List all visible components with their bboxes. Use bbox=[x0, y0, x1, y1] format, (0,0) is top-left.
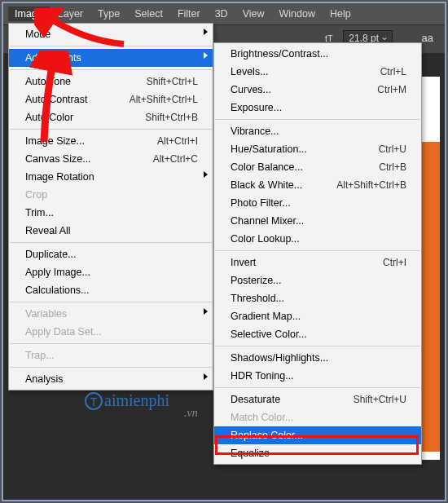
menu-item-label: Threshold... bbox=[231, 291, 406, 306]
adjust-menu-item-levels[interactable]: Levels...Ctrl+L bbox=[214, 63, 421, 81]
menubar-item-layer[interactable]: Layer bbox=[51, 7, 90, 21]
menu-item-label: Brightness/Contrast... bbox=[231, 46, 406, 61]
adjust-menu-item-invert[interactable]: InvertCtrl+I bbox=[214, 254, 421, 271]
menu-item-label: Apply Data Set... bbox=[25, 324, 198, 339]
menu-item-shortcut: Ctrl+I bbox=[383, 255, 406, 270]
menu-item-label: Levels... bbox=[231, 64, 380, 79]
adjustments-submenu: Brightness/Contrast...Levels...Ctrl+LCur… bbox=[213, 42, 422, 465]
menu-item-label: Photo Filter... bbox=[231, 196, 406, 210]
adjust-menu-item-exposure[interactable]: Exposure... bbox=[214, 99, 421, 117]
menu-item-label: HDR Toning... bbox=[231, 368, 406, 383]
image-menu-item-reveal-all[interactable]: Reveal All bbox=[9, 222, 213, 240]
menu-item-label: Auto Tone bbox=[25, 74, 147, 89]
menu-item-label: Calculations... bbox=[25, 283, 198, 298]
image-menu-item-auto-tone[interactable]: Auto ToneShift+Ctrl+L bbox=[9, 73, 213, 90]
menu-item-shortcut: Shift+Ctrl+B bbox=[145, 110, 198, 125]
menu-item-label: Trap... bbox=[25, 348, 198, 363]
menubar-item-window[interactable]: Window bbox=[273, 7, 322, 21]
image-menu-separator bbox=[10, 129, 212, 130]
menu-item-label: Apply Image... bbox=[25, 265, 198, 280]
menu-item-label: Invert bbox=[231, 255, 383, 270]
menu-item-label: Replace Color... bbox=[231, 428, 406, 443]
adjust-menu-item-hdr-toning[interactable]: HDR Toning... bbox=[214, 367, 421, 385]
adjust-menu-separator bbox=[215, 387, 420, 388]
menu-item-label: Trim... bbox=[25, 205, 198, 220]
menu-item-label: Equalize bbox=[231, 446, 406, 461]
adjust-menu-item-curves[interactable]: Curves...Ctrl+M bbox=[214, 81, 421, 99]
watermark: Taimienphi .vn bbox=[85, 391, 198, 420]
menubar: ImageLayerTypeSelectFilter3DViewWindowHe… bbox=[3, 3, 445, 24]
menu-item-shortcut: Ctrl+B bbox=[379, 160, 406, 174]
image-menu-item-apply-image[interactable]: Apply Image... bbox=[9, 263, 213, 281]
menu-item-label: Vibrance... bbox=[231, 124, 406, 139]
adjust-menu-item-channel-mixer[interactable]: Channel Mixer... bbox=[214, 212, 421, 230]
menubar-item-image[interactable]: Image bbox=[8, 7, 50, 21]
submenu-arrow-icon bbox=[204, 171, 208, 178]
menubar-item-3d[interactable]: 3D bbox=[209, 7, 235, 21]
menu-item-label: Image Rotation bbox=[25, 170, 198, 184]
antialias-label[interactable]: aa bbox=[422, 32, 433, 44]
adjust-menu-item-photo-filter[interactable]: Photo Filter... bbox=[214, 194, 421, 212]
menu-item-label: Auto Color bbox=[25, 110, 145, 125]
menu-item-label: Color Lookup... bbox=[231, 232, 406, 246]
menu-item-label: Variables bbox=[25, 307, 198, 321]
adjust-menu-item-equalize[interactable]: Equalize bbox=[214, 444, 421, 462]
menu-item-label: Reveal All bbox=[25, 223, 198, 238]
menubar-item-filter[interactable]: Filter bbox=[171, 7, 207, 21]
adjust-menu-item-selective-color[interactable]: Selective Color... bbox=[214, 325, 421, 343]
adjust-menu-item-color-lookup[interactable]: Color Lookup... bbox=[214, 230, 421, 248]
image-menu-item-trap: Trap... bbox=[9, 346, 213, 364]
adjust-menu-item-threshold[interactable]: Threshold... bbox=[214, 289, 421, 307]
menubar-item-type[interactable]: Type bbox=[91, 7, 126, 21]
menu-item-label: Exposure... bbox=[231, 100, 406, 115]
menubar-item-help[interactable]: Help bbox=[323, 7, 358, 21]
menubar-item-view[interactable]: View bbox=[236, 7, 271, 21]
image-menu-separator bbox=[10, 242, 212, 243]
menu-item-label: Desaturate bbox=[231, 392, 354, 407]
adjust-menu-item-posterize[interactable]: Posterize... bbox=[214, 271, 421, 289]
menubar-item-select[interactable]: Select bbox=[128, 7, 169, 21]
image-menu-separator bbox=[10, 46, 212, 46]
adjust-menu-item-hue-saturation[interactable]: Hue/Saturation...Ctrl+U bbox=[214, 140, 421, 158]
adjust-menu-item-color-balance[interactable]: Color Balance...Ctrl+B bbox=[214, 158, 421, 176]
submenu-arrow-icon bbox=[204, 29, 208, 35]
adjust-menu-item-brightness-contrast[interactable]: Brightness/Contrast... bbox=[214, 45, 421, 63]
menu-item-shortcut: Alt+Ctrl+C bbox=[153, 152, 198, 166]
menu-item-label: Match Color... bbox=[231, 410, 406, 425]
menu-item-label: Canvas Size... bbox=[25, 152, 153, 166]
menu-item-shortcut: Shift+Ctrl+U bbox=[354, 392, 406, 407]
menu-item-label: Black & White... bbox=[231, 178, 336, 192]
adjust-menu-item-replace-color[interactable]: Replace Color... bbox=[214, 426, 421, 444]
menu-item-label: Hue/Saturation... bbox=[231, 142, 379, 157]
image-menu-item-variables: Variables bbox=[9, 305, 213, 323]
image-menu-item-image-rotation[interactable]: Image Rotation bbox=[9, 168, 213, 186]
adjust-menu-item-gradient-map[interactable]: Gradient Map... bbox=[214, 307, 421, 325]
adjust-menu-item-shadows-highlights[interactable]: Shadows/Highlights... bbox=[214, 349, 421, 367]
image-menu-item-canvas-size[interactable]: Canvas Size...Alt+Ctrl+C bbox=[9, 150, 213, 168]
menu-item-label: Auto Contrast bbox=[25, 92, 130, 107]
menu-item-label: Curves... bbox=[231, 82, 377, 97]
adjust-menu-separator bbox=[215, 346, 420, 346]
menu-item-shortcut: Ctrl+U bbox=[379, 142, 406, 157]
menu-item-label: Crop bbox=[25, 188, 198, 202]
adjust-menu-item-vibrance[interactable]: Vibrance... bbox=[214, 122, 421, 140]
image-menu-item-apply-data-set: Apply Data Set... bbox=[9, 323, 213, 341]
image-menu-item-image-size[interactable]: Image Size...Alt+Ctrl+I bbox=[9, 132, 213, 150]
image-menu-item-duplicate[interactable]: Duplicate... bbox=[9, 245, 213, 263]
adjust-menu-item-desaturate[interactable]: DesaturateShift+Ctrl+U bbox=[214, 390, 421, 408]
image-menu-item-auto-color[interactable]: Auto ColorShift+Ctrl+B bbox=[9, 108, 213, 126]
image-menu-item-calculations[interactable]: Calculations... bbox=[9, 281, 213, 299]
image-menu-item-auto-contrast[interactable]: Auto ContrastAlt+Shift+Ctrl+L bbox=[9, 90, 213, 108]
submenu-arrow-icon bbox=[204, 308, 208, 315]
image-menu-item-adjustments[interactable]: Adjustments bbox=[9, 49, 213, 67]
menu-item-shortcut: Alt+Shift+Ctrl+L bbox=[130, 92, 198, 107]
adjust-menu-item-match-color: Match Color... bbox=[214, 408, 421, 426]
image-menu-item-mode[interactable]: Mode bbox=[9, 25, 213, 43]
adjust-menu-item-black-white[interactable]: Black & White...Alt+Shift+Ctrl+B bbox=[214, 176, 421, 194]
adjust-menu-separator bbox=[215, 250, 420, 251]
menu-item-shortcut: Ctrl+L bbox=[380, 64, 406, 79]
menu-item-label: Posterize... bbox=[231, 273, 406, 288]
image-menu-item-trim[interactable]: Trim... bbox=[9, 204, 213, 222]
image-menu-separator bbox=[10, 302, 212, 302]
image-menu-item-analysis[interactable]: Analysis bbox=[9, 370, 213, 388]
